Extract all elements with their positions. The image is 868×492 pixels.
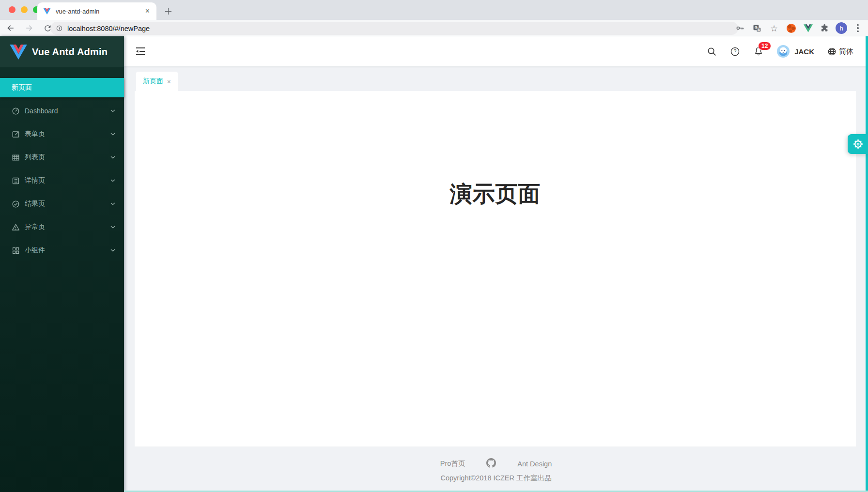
question-circle-icon: ? [730,46,740,57]
sidebar-item-details[interactable]: 详情页 [0,171,124,190]
extension-orange-icon[interactable] [785,22,797,34]
dashboard-icon [12,107,20,115]
close-window-button[interactable] [9,6,16,13]
chevron-down-icon [110,249,115,252]
browser-profile-avatar[interactable]: h [836,22,847,34]
github-icon[interactable] [486,458,496,469]
browser-window: vue-antd-admin × [0,0,868,492]
table-icon [12,154,20,162]
forward-arrow-icon [24,23,34,33]
sidebar-item-lists[interactable]: 列表页 [0,148,124,167]
gear-icon [852,138,864,150]
app-title: Vue Antd Admin [32,46,108,58]
username: JACK [794,47,814,56]
bookmark-star-icon[interactable]: ☆ [768,22,780,34]
sidebar: Vue Antd Admin 新页面 Dashboard 表单页 [0,36,124,492]
svg-text:?: ? [734,48,737,54]
page-title: 演示页面 [135,91,856,209]
new-tab-button[interactable] [162,5,174,17]
page-tab-close-icon[interactable]: × [167,78,171,85]
warning-icon [12,223,20,231]
check-circle-icon [12,200,20,208]
plus-icon [165,8,171,15]
page-tab-bar: 新页面 × [124,66,868,91]
chevron-down-icon [110,133,115,136]
copyright-text: Copyright©2018 ICZER 工作室出品 [440,474,551,483]
sidebar-item-forms[interactable]: 表单页 [0,124,124,144]
back-button[interactable] [4,21,17,35]
search-icon [707,46,717,57]
help-button[interactable]: ? [730,46,740,57]
chevron-down-icon [110,179,115,182]
sidebar-item-newpage[interactable]: 新页面 [0,78,124,97]
app-header: ? 12 JACK [124,36,868,66]
notifications-button[interactable]: 12 [753,46,764,57]
content-card: 演示页面 [135,91,856,446]
page-tab-active[interactable]: 新页面 × [136,72,178,91]
address-bar[interactable]: localhost:8080/#/newPage [50,22,738,35]
menu-fold-icon [135,46,146,57]
back-arrow-icon [6,23,16,33]
sidebar-menu: 新页面 Dashboard 表单页 列表页 [0,78,124,260]
password-key-icon[interactable] [734,22,746,34]
language-selector[interactable]: 简体 [827,47,853,56]
sidebar-item-exceptions[interactable]: 异常页 [0,217,124,237]
tab-close-icon[interactable]: × [144,7,151,15]
url-text[interactable]: localhost:8080/#/newPage [67,25,150,32]
vue-logo-icon [10,45,27,60]
app-footer: Pro首页 Ant Design Copyright©2018 ICZER 工作… [124,458,868,483]
chevron-down-icon [110,202,115,205]
language-label: 简体 [839,47,853,56]
page-tab-label: 新页面 [143,77,163,86]
footer-link-antd[interactable]: Ant Design [517,460,552,468]
browser-tab[interactable]: vue-antd-admin × [37,2,156,20]
svg-text:A: A [758,28,760,31]
vue-devtools-icon[interactable] [802,22,814,34]
browser-tab-title: vue-antd-admin [56,8,144,15]
translate-icon[interactable]: G A [751,22,763,34]
minimize-window-button[interactable] [21,6,28,13]
search-button[interactable] [707,46,717,57]
appstore-icon [12,246,20,255]
profile-icon [12,177,20,185]
sidebar-item-results[interactable]: 结果页 [0,194,124,214]
browser-tab-strip: vue-antd-admin × [0,0,868,20]
form-icon [12,130,20,138]
settings-drawer-button[interactable] [848,134,868,154]
extensions-puzzle-icon[interactable] [819,22,831,34]
user-menu[interactable]: JACK [777,45,814,58]
user-avatar [777,45,790,58]
sidebar-item-dashboard[interactable]: Dashboard [0,101,124,121]
sidebar-logo[interactable]: Vue Antd Admin [0,36,124,67]
vue-favicon-icon [43,8,51,15]
macos-traffic-lights [9,6,40,13]
site-info-icon[interactable] [55,24,63,32]
forward-button[interactable] [22,21,36,35]
globe-icon [827,47,837,56]
menu-fold-button[interactable] [135,46,146,57]
browser-menu-icon[interactable] [852,22,864,34]
notification-badge: 12 [758,42,771,50]
chevron-down-icon [110,109,115,112]
sidebar-item-widgets[interactable]: 小组件 [0,241,124,260]
chevron-down-icon [110,226,115,229]
footer-link-pro[interactable]: Pro首页 [440,459,465,468]
browser-toolbar: localhost:8080/#/newPage G A ☆ [0,20,868,36]
settings-drawer-rail [866,36,868,492]
chevron-down-icon [110,156,115,159]
